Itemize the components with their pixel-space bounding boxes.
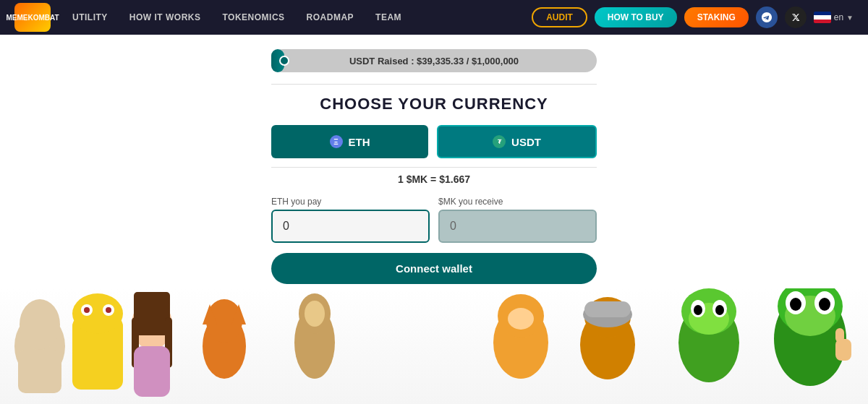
- svg-rect-13: [134, 346, 170, 397]
- input-row: ETH you pay $MK you receive: [271, 197, 597, 243]
- eth-button[interactable]: Ξ ETH: [271, 125, 428, 158]
- telegram-icon[interactable]: [756, 7, 778, 28]
- nav-team[interactable]: TEAM: [375, 12, 401, 22]
- eth-label: ETH: [349, 136, 370, 148]
- svg-rect-2: [18, 350, 61, 393]
- exchange-rate-text: 1 $MK = $1.667: [398, 173, 470, 185]
- nav-utility[interactable]: UTILITY: [72, 12, 108, 22]
- svg-point-8: [106, 307, 111, 313]
- mk-receive-input: [438, 210, 597, 243]
- staking-button[interactable]: STAKING: [684, 7, 749, 27]
- audit-button[interactable]: AUDIT: [532, 7, 587, 27]
- logo[interactable]: MEME KOMBAT: [14, 3, 51, 32]
- main-content: USDT Raised : $39,335.33 / $1,000,000 CH…: [0, 35, 868, 323]
- divider: [271, 84, 597, 85]
- svg-point-25: [508, 308, 534, 330]
- logo-line2: KOMBAT: [27, 14, 59, 22]
- exchange-rate: 1 $MK = $1.667: [398, 173, 470, 185]
- x-twitter-icon[interactable]: [785, 7, 807, 28]
- svg-rect-45: [835, 328, 844, 343]
- nav-how-it-works[interactable]: HOW IT WORKS: [129, 12, 201, 22]
- svg-rect-44: [835, 339, 851, 361]
- nav-roadmap[interactable]: ROADMAP: [307, 12, 354, 22]
- svg-point-36: [715, 305, 724, 315]
- svg-point-42: [790, 298, 801, 311]
- connect-wallet-button[interactable]: Connect wallet: [271, 253, 597, 284]
- flag-icon: [814, 12, 831, 23]
- svg-point-4: [72, 293, 123, 334]
- svg-point-43: [819, 298, 830, 311]
- svg-rect-29: [584, 301, 631, 317]
- receive-label: $MK you receive: [438, 197, 597, 207]
- navbar: MEME KOMBAT UTILITY HOW IT WORKS TOKENOM…: [0, 0, 868, 35]
- svg-point-35: [694, 305, 702, 315]
- svg-point-7: [84, 307, 90, 313]
- pay-input-group: ETH you pay: [271, 197, 430, 243]
- lang-label: en: [834, 12, 843, 22]
- section-title: CHOOSE YOUR CURRENCY: [320, 95, 548, 113]
- pay-label: ETH you pay: [271, 197, 430, 207]
- svg-rect-10: [134, 292, 170, 335]
- nav-tokenomics[interactable]: TOKENOMICS: [222, 12, 284, 22]
- currency-buttons: Ξ ETH ₮ USDT: [271, 125, 597, 158]
- characters-illustration: [0, 288, 868, 404]
- logo-line1: MEME: [6, 14, 27, 22]
- progress-text: USDT Raised : $39,335.33 / $1,000,000: [349, 56, 519, 66]
- nav-right: AUDIT HOW TO BUY STAKING en ▼: [532, 7, 854, 28]
- progress-container: USDT Raised : $39,335.33 / $1,000,000: [271, 49, 597, 72]
- svg-point-1: [20, 299, 60, 350]
- eth-pay-input[interactable]: [271, 210, 430, 243]
- usdt-button[interactable]: ₮ USDT: [437, 125, 597, 158]
- receive-input-group: $MK you receive: [438, 197, 597, 243]
- usdt-icon: ₮: [493, 135, 506, 148]
- logo-box: MEME KOMBAT: [14, 3, 51, 32]
- eth-icon: Ξ: [330, 135, 343, 148]
- characters-section: [0, 288, 868, 404]
- usdt-label: USDT: [511, 136, 541, 148]
- exchange-rate-divider: [271, 167, 597, 168]
- progress-dot: [279, 56, 289, 66]
- how-to-buy-button[interactable]: HOW TO BUY: [595, 7, 677, 27]
- svg-point-20: [305, 301, 325, 327]
- chevron-down-icon: ▼: [846, 14, 854, 22]
- nav-links: UTILITY HOW IT WORKS TOKENOMICS ROADMAP …: [72, 12, 532, 22]
- language-selector[interactable]: en ▼: [814, 12, 854, 23]
